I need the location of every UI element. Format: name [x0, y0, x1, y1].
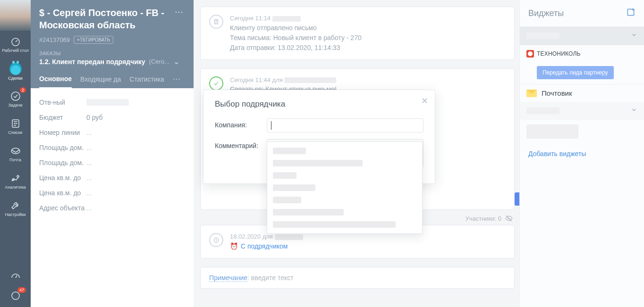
nav-label: Аналитика — [5, 185, 26, 190]
company-dropdown — [267, 141, 423, 234]
deal-fields: Отв-ный Бюджет0 руб Номер линии... Площа… — [31, 88, 194, 307]
workspace-hero[interactable] — [0, 0, 31, 31]
field-label: Номер линии — [39, 129, 86, 136]
field-value[interactable]: ... — [86, 174, 92, 182]
document-icon — [209, 15, 223, 29]
widget-blur-row — [520, 120, 644, 143]
nav-analytics[interactable]: Аналитика — [0, 167, 31, 195]
nav-label: Рабочий стол — [2, 49, 29, 53]
redacted — [526, 108, 559, 114]
widgets-title: Виджеты — [528, 8, 564, 18]
field-value[interactable]: 0 руб — [86, 114, 103, 121]
participants-label: Участники: 0 — [465, 215, 501, 222]
nav-label: Настройки — [5, 213, 25, 217]
widget-mail[interactable]: Почтовик — [520, 84, 644, 102]
submit-button-edge[interactable] — [515, 192, 519, 206]
nav-lists[interactable]: Списки — [0, 113, 31, 140]
timeline-email-card[interactable]: Сегодня 11:14 Клиенту отправлено письмо … — [200, 7, 515, 60]
dropdown-option[interactable] — [267, 157, 422, 169]
field-label: Цена кв.м. до — [39, 189, 86, 197]
nav-chat[interactable]: 47 — [0, 285, 31, 307]
redacted — [275, 234, 303, 240]
nav-label: Задачи — [8, 103, 22, 108]
dropdown-option[interactable] — [267, 194, 422, 206]
email-line1: Клиенту отправлено письмо — [230, 23, 506, 33]
widget-collapsed-2[interactable] — [520, 102, 644, 120]
nav-settings[interactable]: Настройки — [0, 195, 31, 222]
tabs-more-icon[interactable]: ⋯ — [173, 75, 180, 88]
nav-tasks[interactable]: 2 Задачи — [0, 85, 31, 113]
field-value[interactable]: ... — [86, 159, 92, 166]
comment-label: Комментарий: — [215, 139, 267, 149]
deal-more-icon[interactable]: ⋯ — [173, 7, 185, 17]
gauge-icon — [10, 36, 21, 47]
event-time: Сегодня 11:44 для — [230, 76, 283, 83]
deal-stage[interactable]: 1.2. Клиент передан подрядчику — [39, 58, 145, 66]
speed-icon — [10, 270, 21, 282]
add-widgets-link[interactable]: Добавить виджеты — [520, 143, 644, 164]
field-label: Цена кв.м. до — [39, 174, 86, 182]
add-widget-icon[interactable] — [626, 8, 636, 19]
deals-icon — [9, 63, 22, 75]
widget-technonikol: ТЕХНОНИКОЛЬ — [520, 45, 644, 62]
widget-collapsed-1[interactable] — [520, 27, 644, 45]
widgets-panel: Виджеты ТЕХНОНИКОЛЬ Передать лида партне… — [519, 0, 644, 307]
redacted — [526, 33, 559, 39]
field-value-redacted[interactable] — [86, 99, 129, 106]
svg-point-3 — [11, 148, 20, 154]
nav-speed[interactable] — [0, 266, 31, 285]
close-icon[interactable]: ✕ — [421, 96, 428, 106]
tab-main[interactable]: Основное — [39, 75, 72, 88]
dropdown-option[interactable] — [267, 218, 422, 231]
dropdown-option[interactable] — [267, 182, 422, 194]
chevron-down-icon — [631, 107, 637, 115]
nav-label: Сделки — [8, 76, 23, 81]
nav-dashboard[interactable]: Рабочий стол — [0, 31, 31, 58]
note-input[interactable]: Примечание: введите текст — [200, 267, 515, 289]
task-text: С подрядчиком — [241, 241, 288, 251]
tag-button[interactable]: +ТЕГИРОВАТЬ — [74, 36, 113, 44]
dropdown-option[interactable] — [267, 145, 422, 157]
nav-mail[interactable]: Почта — [0, 140, 31, 167]
check-circle-icon — [209, 76, 223, 91]
deal-title[interactable]: $ - Сергей Постоенко - FB - Московская о… — [39, 7, 173, 31]
deal-header: $ - Сергей Постоенко - FB - Московская о… — [31, 0, 194, 88]
email-line2: Тема письма: Новый клиент в работу - 270 — [230, 33, 506, 43]
deal-stage-date: (Сего... — [149, 58, 169, 65]
field-value[interactable]: ... — [86, 204, 92, 212]
redacted — [284, 77, 336, 83]
svg-point-1 — [11, 92, 20, 100]
deal-panel: $ - Сергей Постоенко - FB - Московская о… — [31, 0, 194, 307]
analytics-icon — [10, 173, 21, 184]
chevron-down-icon[interactable]: ⌄ — [173, 57, 179, 66]
tab-stats[interactable]: Статистика — [129, 75, 164, 88]
nav-deals[interactable]: Сделки — [0, 58, 31, 85]
deal-tabs: Основное Входящие да Статистика ⋯ — [39, 75, 185, 88]
task-time: 18.02.2020 для — [230, 233, 273, 240]
tab-incoming[interactable]: Входящие да — [80, 75, 121, 88]
field-label: Адрес объекта — [39, 204, 86, 212]
check-icon — [10, 91, 21, 102]
field-value[interactable]: ... — [86, 129, 92, 136]
redacted — [272, 16, 301, 22]
wrench-icon — [10, 200, 21, 211]
company-input[interactable] — [267, 118, 424, 133]
note-placeholder: : введите текст — [247, 274, 294, 282]
field-value[interactable]: ... — [86, 189, 92, 197]
tasks-badge: 2 — [20, 87, 26, 93]
send-lead-button[interactable]: Передать лида партнеру — [537, 66, 614, 79]
field-label: Площадь дом. — [39, 144, 86, 151]
dropdown-option[interactable] — [267, 206, 422, 218]
dropdown-option[interactable] — [267, 169, 422, 182]
field-value[interactable]: ... — [86, 144, 92, 151]
company-label: Компания: — [215, 118, 267, 129]
nav-label: Почта — [9, 158, 21, 163]
chevron-down-icon — [631, 32, 637, 40]
mail-widget-icon — [526, 90, 537, 97]
technonikol-label: ТЕХНОНИКОЛЬ — [537, 50, 581, 57]
nav-label: Списки — [8, 131, 23, 135]
clock-icon — [209, 233, 223, 247]
alarm-icon: ⏰ — [230, 241, 238, 251]
field-label: Отв-ный — [39, 99, 86, 106]
redacted — [526, 124, 578, 139]
